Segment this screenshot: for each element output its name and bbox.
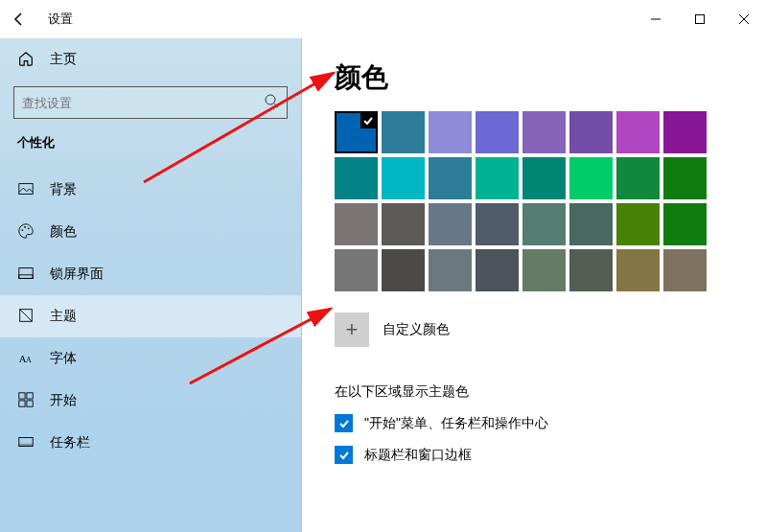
color-swatch[interactable] — [569, 249, 613, 291]
color-swatch[interactable] — [663, 249, 707, 291]
page-title: 颜色 — [335, 59, 766, 96]
checkbox-checked-icon[interactable] — [335, 414, 353, 432]
font-icon: AA — [17, 349, 35, 369]
sidebar-item-fonts[interactable]: AA 字体 — [0, 337, 301, 380]
color-palette — [335, 111, 766, 291]
custom-color-label: 自定义颜色 — [383, 321, 450, 338]
sidebar-item-lockscreen[interactable]: 锁屏界面 — [0, 253, 301, 295]
color-swatch[interactable] — [522, 111, 566, 153]
main-content: 颜色 + 自定义颜色 在以下区域显示主题色 "开始"菜单、任务栏和操作中心 标题… — [302, 38, 766, 532]
category-label: 个性化 — [0, 134, 301, 151]
sidebar-item-label: 锁屏界面 — [50, 266, 104, 283]
home-link[interactable]: 主页 — [0, 38, 301, 81]
color-swatch[interactable] — [663, 203, 707, 245]
color-swatch[interactable] — [616, 203, 660, 245]
app-title: 设置 — [48, 11, 73, 28]
sidebar-item-background[interactable]: 背景 — [0, 169, 301, 211]
color-swatch[interactable] — [476, 157, 519, 199]
color-swatch[interactable] — [429, 157, 472, 199]
svg-rect-1 — [696, 15, 705, 24]
option-titlebars[interactable]: 标题栏和窗口边框 — [335, 446, 766, 464]
maximize-button[interactable] — [678, 5, 722, 34]
color-swatch[interactable] — [382, 249, 425, 291]
svg-rect-18 — [27, 400, 33, 405]
color-swatch[interactable] — [335, 249, 378, 291]
sidebar-item-label: 任务栏 — [50, 434, 90, 451]
search-icon — [264, 93, 279, 112]
color-swatch[interactable] — [429, 249, 472, 291]
color-swatch[interactable] — [429, 203, 472, 245]
color-swatch[interactable] — [522, 157, 566, 199]
start-icon — [17, 391, 35, 411]
accent-surfaces-label: 在以下区域显示主题色 — [335, 383, 766, 401]
color-swatch[interactable] — [335, 111, 378, 153]
color-swatch[interactable] — [569, 111, 613, 153]
minimize-button[interactable] — [634, 5, 678, 34]
option-label: 标题栏和窗口边框 — [364, 447, 472, 464]
add-custom-color-button[interactable]: + — [335, 312, 369, 347]
svg-line-5 — [274, 104, 278, 107]
sidebar-item-label: 颜色 — [50, 223, 77, 241]
color-swatch[interactable] — [663, 111, 707, 153]
check-icon — [360, 113, 376, 128]
color-swatch[interactable] — [382, 203, 425, 245]
sidebar-item-label: 背景 — [50, 181, 77, 198]
color-swatch[interactable] — [429, 111, 472, 153]
picture-icon — [17, 180, 35, 200]
sidebar-item-taskbar[interactable]: 任务栏 — [0, 422, 301, 464]
color-swatch[interactable] — [616, 157, 660, 199]
color-swatch[interactable] — [382, 157, 425, 199]
sidebar-item-start[interactable]: 开始 — [0, 380, 301, 422]
home-label: 主页 — [50, 51, 77, 68]
sidebar-item-label: 字体 — [50, 350, 77, 367]
color-swatch[interactable] — [522, 203, 566, 245]
back-button[interactable] — [0, 0, 38, 38]
lockscreen-icon — [17, 265, 35, 285]
color-swatch[interactable] — [476, 203, 519, 245]
taskbar-icon — [17, 433, 35, 453]
svg-rect-20 — [19, 443, 33, 446]
home-icon — [17, 50, 35, 70]
option-start-taskbar[interactable]: "开始"菜单、任务栏和操作中心 — [335, 414, 766, 432]
svg-point-9 — [28, 227, 30, 229]
svg-rect-17 — [19, 400, 25, 405]
palette-icon — [17, 222, 35, 243]
sidebar-item-themes[interactable]: 主题 — [0, 295, 301, 337]
svg-rect-11 — [19, 274, 33, 278]
theme-icon — [17, 307, 35, 327]
svg-point-4 — [266, 95, 275, 104]
svg-rect-15 — [19, 392, 25, 398]
color-swatch[interactable] — [476, 111, 519, 153]
color-swatch[interactable] — [476, 249, 519, 291]
search-input[interactable] — [13, 86, 288, 119]
color-swatch[interactable] — [616, 249, 660, 291]
sidebar-item-colors[interactable]: 颜色 — [0, 211, 301, 253]
svg-point-7 — [22, 229, 24, 231]
close-button[interactable] — [722, 5, 766, 34]
plus-icon: + — [346, 317, 359, 342]
option-label: "开始"菜单、任务栏和操作中心 — [364, 415, 548, 432]
svg-rect-16 — [27, 392, 33, 398]
svg-rect-6 — [19, 183, 33, 194]
search-field[interactable] — [22, 96, 264, 110]
color-swatch[interactable] — [569, 203, 613, 245]
checkbox-checked-icon[interactable] — [335, 446, 353, 464]
color-swatch[interactable] — [522, 249, 566, 291]
color-swatch[interactable] — [335, 203, 378, 245]
svg-rect-10 — [19, 267, 33, 278]
sidebar-item-label: 主题 — [50, 308, 77, 325]
sidebar-item-label: 开始 — [50, 392, 77, 409]
svg-text:A: A — [26, 355, 32, 363]
sidebar: 主页 个性化 背景 颜色 锁屏界面 主题 AA 字体 开始 — [0, 38, 302, 532]
color-swatch[interactable] — [382, 111, 425, 153]
color-swatch[interactable] — [569, 157, 613, 199]
svg-point-8 — [24, 226, 26, 228]
color-swatch[interactable] — [616, 111, 660, 153]
color-swatch[interactable] — [663, 157, 707, 199]
color-swatch[interactable] — [335, 157, 378, 199]
